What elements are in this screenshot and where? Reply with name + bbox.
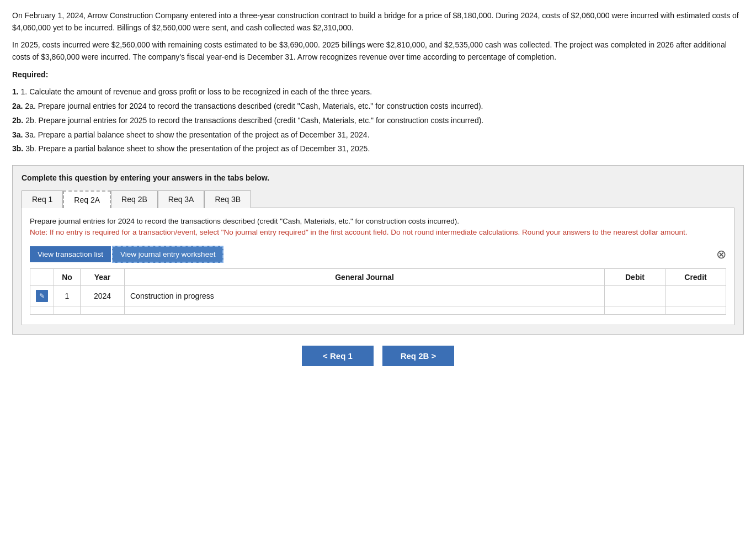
view-journal-entry-worksheet-button[interactable]: View journal entry worksheet: [112, 246, 223, 263]
table-row: ✎12024Construction in progress: [30, 286, 726, 306]
tab-content-area: Prepare journal entries for 2024 to reco…: [22, 208, 734, 326]
cell-debit[interactable]: [605, 286, 666, 306]
intro-paragraph-2: In 2025, costs incurred were $2,560,000 …: [12, 39, 744, 63]
bottom-nav: < Req 1 Req 2B >: [12, 346, 744, 366]
close-icon: ⊗: [716, 247, 726, 262]
th-no: No: [54, 269, 81, 286]
view-transaction-list-button[interactable]: View transaction list: [30, 246, 111, 262]
cell-credit[interactable]: [666, 306, 726, 315]
edit-icon[interactable]: ✎: [36, 290, 48, 302]
th-edit: [30, 269, 54, 286]
journal-table: No Year General Journal Debit Credit ✎12…: [30, 268, 726, 315]
tabs-row: Req 1 Req 2A Req 2B Req 3A Req 3B: [22, 190, 734, 208]
tab-instruction: Prepare journal entries for 2024 to reco…: [30, 216, 726, 239]
tab-instruction-note: Note: If no entry is required for a tran…: [30, 228, 687, 236]
req-3b-label: 3b. 3b. Prepare a partial balance sheet …: [12, 143, 744, 155]
cell-general-journal: [125, 306, 605, 315]
intro-paragraph-1: On February 1, 2024, Arrow Construction …: [12, 10, 744, 34]
th-year: Year: [81, 269, 125, 286]
prev-button[interactable]: < Req 1: [302, 346, 374, 366]
instruction-box: Complete this question by entering your …: [12, 165, 744, 335]
cell-no: 1: [54, 286, 81, 306]
cell-debit[interactable]: [605, 306, 666, 315]
th-general-journal: General Journal: [125, 269, 605, 286]
req-2b-label: 2b. 2b. Prepare journal entries for 2025…: [12, 115, 744, 127]
next-button[interactable]: Req 2B >: [382, 346, 454, 366]
tab-req3a[interactable]: Req 3A: [158, 190, 205, 208]
req-3a-label: 3a. 3a. Prepare a partial balance sheet …: [12, 129, 744, 141]
close-button[interactable]: ⊗: [716, 247, 726, 262]
tab-req1[interactable]: Req 1: [22, 190, 63, 208]
cell-no: [54, 306, 81, 315]
intro-section: On February 1, 2024, Arrow Construction …: [12, 10, 744, 155]
cell-credit[interactable]: [666, 286, 726, 306]
tab-req2a[interactable]: Req 2A: [63, 190, 111, 208]
tab-req2b[interactable]: Req 2B: [111, 190, 158, 208]
cell-year: [81, 306, 125, 315]
required-label: Required:: [12, 69, 744, 81]
req-2a-label: 2a. 2a. Prepare journal entries for 2024…: [12, 100, 744, 113]
instruction-title: Complete this question by entering your …: [22, 173, 734, 182]
tab-instruction-main: Prepare journal entries for 2024 to reco…: [30, 217, 459, 225]
req-1-label: 1. 1. Calculate the amount of revenue an…: [12, 86, 744, 98]
table-row: [30, 306, 726, 315]
th-credit: Credit: [666, 269, 726, 286]
cell-general-journal[interactable]: Construction in progress: [125, 286, 605, 306]
cell-year: 2024: [81, 286, 125, 306]
th-debit: Debit: [605, 269, 666, 286]
action-buttons-row: View transaction list View journal entry…: [30, 246, 726, 263]
tab-req3b[interactable]: Req 3B: [204, 190, 251, 208]
